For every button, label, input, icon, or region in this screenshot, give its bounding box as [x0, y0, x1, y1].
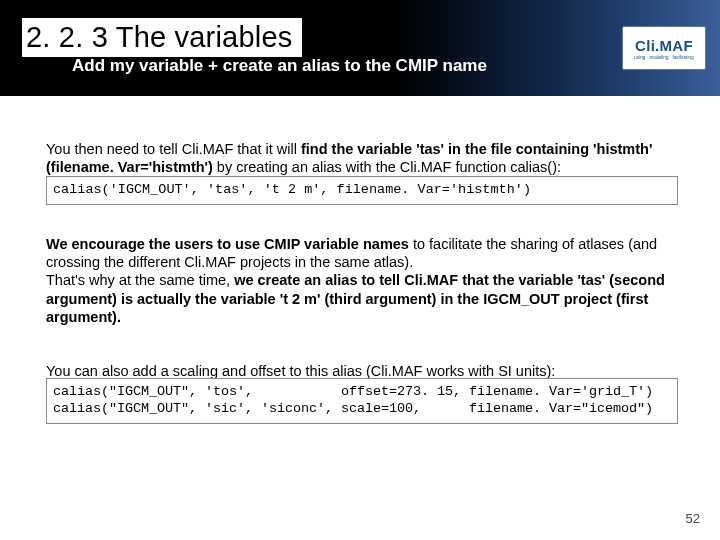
- slide-body: You then need to tell Cli.MAF that it wi…: [46, 140, 678, 432]
- slide-header: 2. 2. 3 The variables Add my variable + …: [0, 0, 720, 96]
- section-subtitle: Add my variable + create an alias to the…: [72, 56, 487, 76]
- paragraph-encourage: We encourage the users to use CMIP varia…: [46, 235, 678, 326]
- section-title: 2. 2. 3 The variables: [26, 21, 292, 53]
- code-block-calias-scaling: calias("IGCM_OUT", 'tos', offset=273. 15…: [46, 378, 678, 424]
- section-title-box: 2. 2. 3 The variables: [22, 18, 302, 57]
- climaf-logo: Cli.MAF using · modeling · facilitating: [622, 26, 706, 70]
- paragraph-intro: You then need to tell Cli.MAF that it wi…: [46, 140, 678, 176]
- text-run-bold: We encourage the users to use CMIP varia…: [46, 236, 409, 252]
- text-run: That's why at the same time,: [46, 272, 234, 288]
- page-number: 52: [686, 511, 700, 526]
- text-run: by creating an alias with the Cli.MAF fu…: [213, 159, 561, 175]
- text-run: You then need to tell Cli.MAF that it wi…: [46, 141, 301, 157]
- code-block-calias-tas: calias('IGCM_OUT', 'tas', 't 2 m', filen…: [46, 176, 678, 205]
- logo-text: Cli.MAF: [635, 37, 693, 54]
- logo-tagline: using · modeling · facilitating: [634, 55, 694, 60]
